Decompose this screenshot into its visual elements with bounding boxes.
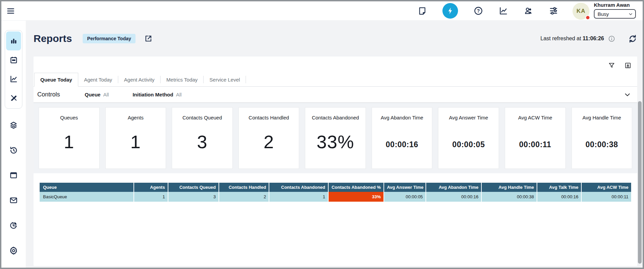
column-header[interactable]: Contacts Queued [168,183,219,192]
card-avg-answer-time[interactable]: Avg Answer Time 00:00:05 [438,107,499,169]
sidebar-item-flows[interactable] [6,88,21,107]
card-queues[interactable]: Queues 1 [39,107,100,169]
vertical-scrollbar[interactable] [638,101,642,264]
column-header[interactable]: Avg Talk Time [537,183,581,192]
cell-agents: 1 [134,192,168,202]
quick-actions-bolt-icon[interactable] [442,3,458,19]
avatar[interactable]: KA [573,3,589,20]
card-value: 1 [130,131,141,152]
topbar: ? KA Khurram Awan [1,1,643,21]
card-agents[interactable]: Agents 1 [105,107,166,169]
tab-agent-activity[interactable]: Agent Activity [118,73,160,86]
tab-service-level[interactable]: Service Level [204,73,246,86]
user-name: Khurram Awan [594,2,636,8]
gear-icon[interactable] [9,246,18,255]
avatar-initials: KA [577,8,586,15]
tab-queue-today[interactable]: Queue Today [34,73,78,87]
card-avg-handle-time[interactable]: Avg Handle Time 00:00:38 [572,107,632,169]
sidebar-item-dashboard[interactable] [6,31,21,50]
cell-avg-acw-time: 00:00:11 [581,192,631,202]
history-icon[interactable] [9,146,18,155]
tab-agent-today[interactable]: Agent Today [78,73,118,86]
flows-brush-icon [9,94,18,102]
report-tabs: Queue Today Agent Today Agent Activity M… [34,73,637,87]
column-header[interactable]: Avg ACW Time [581,183,631,192]
cell-contacts-queued: 3 [168,192,219,202]
card-title: Avg ACW Time [518,115,552,120]
card-value: 3 [197,131,207,152]
card-value: 1 [64,131,74,152]
column-header[interactable]: Avg Handle Time [481,183,537,192]
user-meta: Khurram Awan Busy [594,2,636,19]
metrics-icon[interactable] [499,6,508,16]
column-header[interactable]: Contacts Abandoned % [328,183,384,192]
browser-window-icon[interactable] [9,171,18,180]
filter-icon[interactable] [608,62,615,69]
table-row[interactable]: BasicQueue 1 3 2 1 33% 00:00:05 00:00:16… [40,192,631,202]
pie-chart-icon[interactable] [9,221,18,230]
calendar-icon [9,56,18,64]
refresh-icon[interactable] [628,34,637,43]
sidebar-secondary-nav [9,121,18,255]
card-value: 00:00:11 [519,140,551,149]
settings-sliders-icon[interactable] [549,6,558,16]
table-header-row: Queue Agents Contacts Queued Contacts Ha… [40,183,631,192]
card-avg-abandon-time[interactable]: Avg Abandon Time 00:00:16 [372,107,433,169]
cell-contacts-abandoned: 1 [269,192,328,202]
refresh-zone: Last refreshed at 11:06:26 [540,34,637,43]
tab-separator [246,76,246,83]
cell-contacts-handled: 2 [219,192,269,202]
app-window: ? KA Khurram Awan [0,0,644,269]
cell-avg-abandon-time: 00:00:16 [426,192,481,202]
card-contacts-abandoned[interactable]: Contacts Abandoned 33% [305,107,366,169]
panel-toolbar [34,57,637,69]
initiation-method-filter-value: All [176,92,182,97]
line-chart-icon [9,75,18,83]
note-icon[interactable] [418,6,427,16]
report-panel: Queue Today Agent Today Agent Activity M… [34,57,637,266]
queue-metrics-table: Queue Agents Contacts Queued Contacts Ha… [40,183,631,202]
info-icon[interactable] [608,35,615,42]
status-select[interactable]: Busy [594,9,636,19]
collapse-chevron-icon[interactable] [624,91,631,98]
column-header[interactable]: Agents [134,183,168,192]
sidebar-item-calendar[interactable] [6,50,21,69]
download-icon[interactable] [624,62,631,69]
card-value: 00:00:38 [585,140,618,149]
card-title: Queues [60,115,78,120]
initiation-method-filter[interactable]: Initiation Method All [132,92,182,97]
column-header[interactable]: Avg Answer Time [384,183,426,192]
menu-icon[interactable] [6,6,15,16]
card-title: Agents [128,115,144,120]
agents-icon[interactable] [524,6,533,16]
page-title: Reports [34,33,72,44]
queue-filter[interactable]: Queue All [85,92,109,97]
external-link-icon[interactable] [144,35,152,43]
tab-metrics-today[interactable]: Metrics Today [161,73,203,86]
dashboard-bar-chart-icon [9,37,18,45]
card-title: Contacts Abandoned [312,115,359,120]
cell-queue: BasicQueue [40,192,134,202]
sidebar-item-metrics[interactable] [6,69,21,88]
column-header[interactable]: Queue [40,183,134,192]
busy-status-dot [585,15,590,20]
column-header[interactable]: Contacts Abandoned [269,183,328,192]
controls-label: Controls [37,91,60,98]
card-avg-acw-time[interactable]: Avg ACW Time 00:00:11 [505,107,566,169]
column-header[interactable]: Contacts Handled [219,183,269,192]
main-content: Reports Performance Today Last refreshed… [26,21,643,268]
layers-icon[interactable] [9,121,18,130]
card-contacts-queued[interactable]: Contacts Queued 3 [172,107,233,169]
mail-icon[interactable] [9,196,18,205]
card-contacts-handled[interactable]: Contacts Handled 2 [238,107,299,169]
queue-filter-value: All [103,92,109,97]
card-title: Avg Handle Time [582,115,621,120]
kpi-cards: Queues 1 Agents 1 Contacts Queued 3 Cont… [34,103,637,173]
last-refreshed-text: Last refreshed at 11:06:26 [540,36,604,42]
queue-table-wrap: Queue Agents Contacts Queued Contacts Ha… [40,183,631,202]
column-header[interactable]: Avg Abandon Time [426,183,481,192]
queue-filter-label: Queue [85,92,101,97]
last-refreshed-time: 11:06:26 [583,36,604,41]
cell-avg-answer-time: 00:00:05 [384,192,426,202]
help-icon[interactable]: ? [474,6,483,16]
